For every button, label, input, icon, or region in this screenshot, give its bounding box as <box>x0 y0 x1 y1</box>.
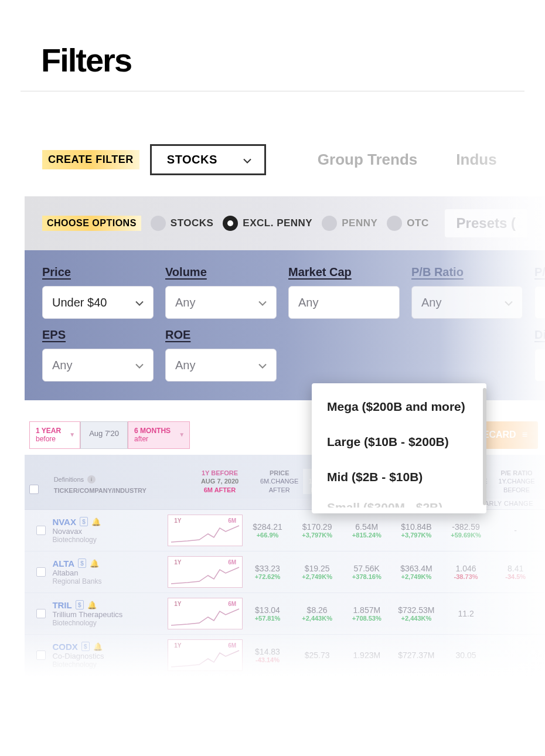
price-select[interactable]: Under $40 <box>42 286 154 319</box>
col-price-after: PRICE <box>256 469 303 477</box>
roe-select[interactable]: Any <box>165 349 277 382</box>
table-row: TRIL $ 🔔 Trillium Therapeutics Biotechno… <box>25 593 545 635</box>
price-after-chg: +72.62% <box>243 573 292 580</box>
chevron-down-icon: ▼ <box>69 431 75 438</box>
page-title: Filters <box>0 0 545 91</box>
tab-industry[interactable]: Indus <box>456 151 496 169</box>
dropdown-item-large[interactable]: Large ($10B - $200B) <box>312 424 486 459</box>
chevron-down-icon: ▼ <box>179 431 185 438</box>
radio-excl-penny[interactable]: EXCL. PENNY <box>223 216 312 231</box>
volume: 1.923M <box>342 651 391 660</box>
asset-type-select[interactable]: STOCKS <box>150 144 266 175</box>
chevron-down-icon <box>258 359 267 372</box>
sparkline[interactable]: 1Y 6M <box>168 556 243 588</box>
company-name: Novavax <box>52 527 168 536</box>
ticker-link[interactable]: NVAX $ 🔔 <box>52 517 168 527</box>
mcap-chg: +2,443K% <box>391 615 441 622</box>
period-l1: 1 YEAR <box>36 427 61 435</box>
div-select-partial[interactable] <box>534 349 545 382</box>
volume-chg: +815.24% <box>342 532 391 539</box>
dropdown-item-mid[interactable]: Mid ($2B - $10B) <box>312 459 486 495</box>
chevron-down-icon <box>135 359 144 372</box>
volume-chg: +708.53% <box>342 615 391 622</box>
row-checkbox[interactable] <box>36 567 46 577</box>
before-period-select[interactable]: 1 YEAR before ▼ <box>29 421 80 449</box>
pb: 11.2 <box>441 609 491 618</box>
select-value: Any <box>175 359 195 372</box>
radio-icon <box>322 216 337 231</box>
market-cap-dropdown: Mega ($200B and more) Large ($10B - $200… <box>312 383 486 513</box>
volume: 57.56K <box>342 564 391 573</box>
select-value: Any <box>175 296 195 309</box>
row-checkbox[interactable] <box>36 651 46 660</box>
row-checkbox[interactable] <box>36 526 46 535</box>
price-before: $19.25 <box>292 564 342 573</box>
table-row: NVAX $ 🔔 Novavax Biotechnology 1Y 6M $28… <box>25 510 545 551</box>
industry-name: Regional Banks <box>52 577 168 585</box>
chevron-down-icon <box>135 296 144 309</box>
company-name: Co-Diagnostics <box>52 652 168 660</box>
sparkline[interactable]: 1Y 6M <box>168 515 243 546</box>
dropdown-item-mega[interactable]: Mega ($200B and more) <box>312 389 486 424</box>
mcap: $727.37M <box>391 651 441 660</box>
sparkline[interactable]: 1Y 6M <box>168 598 243 629</box>
price-before: $8.26 <box>292 605 342 615</box>
price-before: $170.29 <box>292 522 342 532</box>
radio-stocks[interactable]: STOCKS <box>151 216 214 231</box>
radio-penny[interactable]: PENNY <box>322 216 377 231</box>
bell-icon[interactable]: 🔔 <box>93 642 103 651</box>
pe: 8.41 <box>491 564 540 573</box>
dollar-icon: $ <box>80 517 88 526</box>
mcap: $10.84B <box>391 522 441 532</box>
tab-group-trends[interactable]: Group Trends <box>318 151 417 169</box>
eps-select[interactable]: Any <box>42 349 154 382</box>
pe-select-partial[interactable] <box>534 286 545 319</box>
bell-icon[interactable]: 🔔 <box>91 517 101 526</box>
volume-chg: +378.16% <box>342 573 391 580</box>
asset-type-value: STOCKS <box>167 153 217 166</box>
volume: 6.54M <box>342 522 391 532</box>
mcap-chg: +2,749K% <box>391 573 441 580</box>
presets-button[interactable]: Presets ( <box>445 209 527 237</box>
ticker-link[interactable]: CODX $ 🔔 <box>52 642 168 652</box>
col-spark-l3: 6M AFTER <box>184 486 256 494</box>
volume: 1.857M <box>342 605 391 615</box>
company-name: Trillium Therapeutics <box>52 610 168 619</box>
volume-select[interactable]: Any <box>165 286 277 319</box>
table-row: ALTA $ 🔔 Altaban Regional Banks 1Y 6M $3… <box>25 551 545 593</box>
bell-icon[interactable]: 🔔 <box>87 601 97 609</box>
pb: -382.59 <box>441 522 491 532</box>
divider <box>21 91 524 91</box>
ticker-link[interactable]: ALTA $ 🔔 <box>52 559 168 568</box>
filter-label-pe-partial: P/ <box>534 265 545 279</box>
filter-label-div-partial: Di <box>534 328 545 342</box>
pb-ratio-select[interactable]: Any <box>411 286 523 319</box>
price-after-chg: +57.81% <box>243 615 292 622</box>
dropdown-item-small[interactable]: Small ($300M - $2B) <box>312 495 486 508</box>
price-after-chg: +66.9% <box>243 532 292 539</box>
pb: 1.046 <box>441 564 491 573</box>
info-icon: i <box>87 475 96 483</box>
ticker-link[interactable]: TRIL $ 🔔 <box>52 600 168 610</box>
radio-label: STOCKS <box>171 217 214 229</box>
industry-name: Biotechnology <box>52 619 168 627</box>
definitions-link[interactable]: Definitionsi <box>54 475 184 483</box>
pe: - <box>491 526 540 535</box>
reference-date[interactable]: Aug 7'20 <box>80 421 128 449</box>
bell-icon[interactable]: 🔔 <box>90 559 99 568</box>
radio-otc[interactable]: OTC <box>387 216 428 231</box>
market-cap-select[interactable]: Any <box>288 286 400 319</box>
options-bar: CHOOSE OPTIONS STOCKS EXCL. PENNY PENNY … <box>25 196 545 250</box>
after-period-select[interactable]: 6 MONTHS after ▼ <box>128 421 190 449</box>
col-ticker: TICKER/COMPANY/INDUSTRY <box>54 487 147 494</box>
filter-label-eps: EPS <box>42 328 154 342</box>
sparkline[interactable]: 1Y 6M <box>168 639 243 671</box>
table-row: CODX $ 🔔 Co-Diagnostics Biotechnology 1Y… <box>25 635 545 676</box>
pb: 30.05 <box>441 651 491 660</box>
row-checkbox[interactable] <box>36 609 46 618</box>
mcap: $732.53M <box>391 605 441 615</box>
price-after: $284.21 <box>243 522 292 532</box>
period-l2: before <box>36 435 56 443</box>
select-all-checkbox[interactable] <box>29 485 39 494</box>
radio-label: PENNY <box>342 217 377 229</box>
